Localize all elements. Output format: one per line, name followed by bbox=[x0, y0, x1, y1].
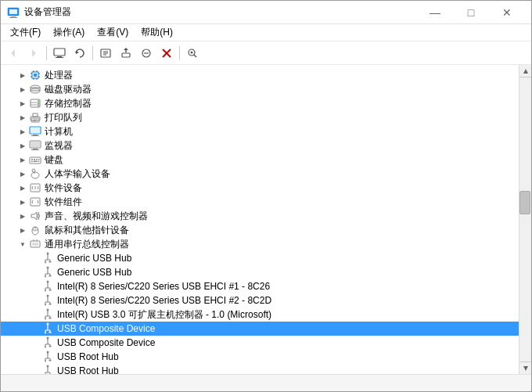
svg-rect-96 bbox=[49, 332, 52, 333]
storage-label: 存储控制器 bbox=[45, 97, 92, 110]
svg-rect-45 bbox=[33, 113, 38, 117]
svg-rect-99 bbox=[49, 346, 52, 347]
expand-arrow: ▶ bbox=[16, 196, 29, 208]
svg-marker-5 bbox=[32, 49, 36, 57]
tree-item-computer[interactable]: ▶ 计算机 bbox=[1, 124, 519, 138]
usb-composite1-icon bbox=[41, 322, 54, 335]
usb-device-icon bbox=[41, 266, 54, 279]
maximize-button[interactable]: □ bbox=[453, 1, 489, 24]
tree-item-intel-ehci1[interactable]: ▶ Intel(R) 8 Series/C220 Series USB EHCI… bbox=[1, 279, 519, 293]
scroll-up-button[interactable] bbox=[519, 65, 532, 77]
refresh-button[interactable] bbox=[70, 44, 89, 63]
tree-item-intel-ehci2[interactable]: ▶ Intel(R) 8 Series/C220 Series USB EHCI… bbox=[1, 293, 519, 307]
menu-view[interactable]: 查看(V) bbox=[91, 24, 135, 41]
scan-button[interactable] bbox=[183, 44, 202, 63]
svg-point-66 bbox=[32, 169, 35, 172]
minimize-button[interactable]: — bbox=[417, 1, 453, 24]
svg-rect-87 bbox=[49, 290, 52, 291]
close-button[interactable]: ✕ bbox=[489, 1, 525, 24]
tree-item-monitor[interactable]: ▶ 监视器 bbox=[1, 138, 519, 153]
tree-item-intel-xhci[interactable]: ▶ Intel(R) USB 3.0 可扩展主机控制器 - 1.0 (Micro… bbox=[1, 307, 519, 322]
tree-item-usb-root1[interactable]: ▶ USB Root Hub bbox=[1, 350, 519, 364]
tree-item-generic-hub2[interactable]: ▶ Generic USB Hub bbox=[1, 265, 519, 279]
svg-point-91 bbox=[47, 309, 49, 311]
generic-hub2-label: Generic USB Hub bbox=[57, 267, 131, 278]
svg-marker-9 bbox=[76, 51, 79, 54]
svg-point-86 bbox=[45, 290, 46, 292]
update-driver-button[interactable] bbox=[117, 44, 135, 63]
tree-item-software-dev[interactable]: ▶ 软件设备 bbox=[1, 181, 519, 195]
svg-rect-62 bbox=[31, 161, 33, 163]
svg-point-65 bbox=[31, 172, 39, 178]
svg-point-85 bbox=[47, 281, 49, 283]
generic-hub1-label: Generic USB Hub bbox=[57, 253, 131, 264]
svg-point-80 bbox=[45, 262, 46, 264]
expand-arrow: ▼ bbox=[16, 238, 29, 250]
svg-point-101 bbox=[45, 361, 46, 362]
tree-item-usb-ctrl[interactable]: ▼ 通用串行总线控制器 bbox=[1, 237, 519, 251]
menu-action[interactable]: 操作(A) bbox=[47, 24, 91, 41]
forward-button[interactable] bbox=[24, 44, 43, 63]
tree-item-mouse[interactable]: ▶ 鼠标和其他指针设备 bbox=[1, 223, 519, 237]
expand-arrow: ▶ bbox=[16, 167, 29, 180]
tree-item-sound[interactable]: ▶ 声音、视频和游戏控制器 bbox=[1, 209, 519, 223]
sound-label: 声音、视频和游戏控制器 bbox=[45, 210, 148, 223]
app-icon bbox=[7, 6, 20, 19]
tree-item-generic-hub1[interactable]: ▶ Generic USB Hub bbox=[1, 251, 519, 265]
svg-rect-1 bbox=[9, 9, 17, 14]
status-bar bbox=[1, 374, 531, 391]
svg-point-100 bbox=[47, 351, 49, 354]
svg-rect-58 bbox=[31, 159, 33, 160]
expand-arrow: ▶ bbox=[16, 111, 29, 124]
scroll-track[interactable] bbox=[519, 77, 531, 361]
intel-xhci-label: Intel(R) USB 3.0 可扩展主机控制器 - 1.0 (Microso… bbox=[57, 308, 271, 322]
scroll-thumb[interactable] bbox=[519, 191, 530, 214]
back-button[interactable] bbox=[4, 44, 23, 63]
monitor-icon bbox=[29, 139, 41, 152]
scrollbar[interactable] bbox=[519, 65, 531, 374]
device-tree[interactable]: ▶ 处理器 bbox=[1, 65, 519, 374]
tree-item-storage[interactable]: ▶ 存储控制器 bbox=[1, 96, 519, 110]
mouse-label: 鼠标和其他指针设备 bbox=[45, 224, 129, 237]
usb-device-icon bbox=[41, 365, 54, 374]
svg-point-82 bbox=[47, 267, 49, 269]
tree-item-software-comp[interactable]: ▶ 软件组件 bbox=[1, 195, 519, 209]
computer-icon bbox=[29, 125, 41, 138]
tree-item-keyboard[interactable]: ▶ 键盘 bbox=[1, 153, 519, 167]
usb-device-icon bbox=[41, 252, 54, 264]
usb-ctrl-label: 通用串行总线控制器 bbox=[45, 238, 129, 251]
tree-item-processor[interactable]: ▶ 处理器 bbox=[1, 68, 519, 82]
svg-rect-25 bbox=[34, 74, 37, 77]
scroll-down-button[interactable] bbox=[519, 361, 532, 374]
menu-help[interactable]: 帮助(H) bbox=[135, 24, 179, 41]
tree-item-usb-composite1[interactable]: ▶ USB Composite Device bbox=[1, 322, 519, 336]
svg-rect-54 bbox=[31, 142, 40, 147]
uninstall-button[interactable] bbox=[157, 44, 176, 63]
computer-button[interactable] bbox=[50, 44, 69, 63]
disable-button[interactable] bbox=[137, 44, 156, 63]
intel-ehci2-label: Intel(R) 8 Series/C220 Series USB EHCI #… bbox=[57, 295, 271, 306]
properties-button[interactable] bbox=[96, 44, 115, 63]
svg-rect-51 bbox=[33, 135, 38, 135]
usb-root1-label: USB Root Hub bbox=[57, 351, 119, 362]
tree-item-usb-root2[interactable]: ▶ USB Root Hub bbox=[1, 364, 519, 374]
svg-point-92 bbox=[45, 318, 46, 320]
svg-rect-8 bbox=[56, 57, 63, 58]
tree-item-diskdrive[interactable]: ▶ 磁盘驱动器 bbox=[1, 82, 519, 96]
svg-marker-109 bbox=[523, 69, 528, 74]
title-bar: 设备管理器 — □ ✕ bbox=[1, 1, 531, 24]
processor-label: 处理器 bbox=[45, 69, 73, 82]
tree-item-hid[interactable]: ▶ 人体学输入设备 bbox=[1, 167, 519, 181]
tree-item-print[interactable]: ▶ 打印队列 bbox=[1, 110, 519, 124]
tree-item-usb-composite2[interactable]: ▶ USB Composite Device bbox=[1, 336, 519, 350]
toolbar-sep-1 bbox=[46, 46, 47, 60]
svg-marker-110 bbox=[523, 366, 528, 371]
expand-arrow: ▶ bbox=[16, 153, 29, 166]
hid-label: 人体学输入设备 bbox=[45, 167, 110, 181]
menu-file[interactable]: 文件(F) bbox=[4, 24, 47, 41]
software-dev-label: 软件设备 bbox=[45, 182, 82, 195]
device-manager-window: 设备管理器 — □ ✕ 文件(F) 操作(A) 查看(V) 帮助(H) bbox=[0, 0, 532, 392]
svg-rect-90 bbox=[49, 304, 52, 305]
software-comp-label: 软件组件 bbox=[45, 196, 82, 209]
window-controls: — □ ✕ bbox=[417, 1, 525, 24]
